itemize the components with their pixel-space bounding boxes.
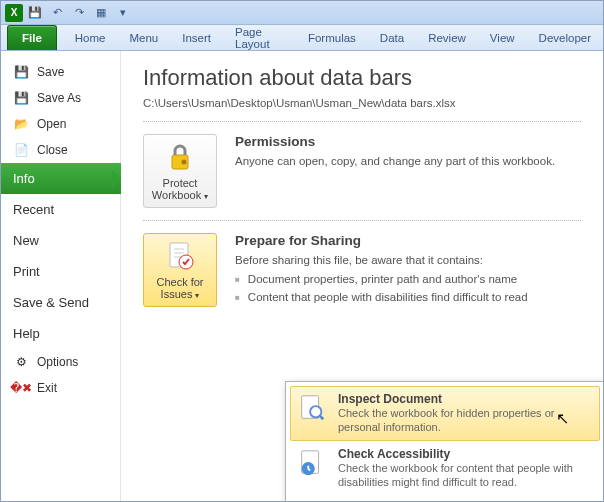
tab-home[interactable]: Home xyxy=(63,25,118,50)
sidebar-label: Options xyxy=(37,355,78,369)
divider xyxy=(143,220,581,221)
backstage-sidebar: 💾Save 💾Save As 📂Open 📄Close Info Recent … xyxy=(1,51,121,501)
inspect-icon xyxy=(296,392,328,424)
sidebar-info[interactable]: Info xyxy=(1,163,121,194)
sidebar-options[interactable]: ⚙Options xyxy=(1,349,120,375)
tab-review[interactable]: Review xyxy=(416,25,478,50)
tab-view[interactable]: View xyxy=(478,25,527,50)
sidebar-save[interactable]: 💾Save xyxy=(1,59,120,85)
options-icon: ⚙ xyxy=(13,354,29,370)
sidebar-label: New xyxy=(13,233,39,248)
tab-menu[interactable]: Menu xyxy=(118,25,171,50)
open-icon: 📂 xyxy=(13,116,29,132)
sidebar-help[interactable]: Help xyxy=(1,318,120,349)
tab-developer[interactable]: Developer xyxy=(527,25,603,50)
sidebar-label: Save xyxy=(37,65,64,79)
sidebar-label: Recent xyxy=(13,202,54,217)
qat-redo-icon[interactable]: ↷ xyxy=(69,3,89,23)
sidebar-label: Open xyxy=(37,117,66,131)
permissions-text: Anyone can open, copy, and change any pa… xyxy=(235,153,555,170)
menu-desc: Check the workbook for content that peop… xyxy=(338,461,594,490)
exit-icon: �✖ xyxy=(13,380,29,396)
qat-undo-icon[interactable]: ↶ xyxy=(47,3,67,23)
sidebar-label: Print xyxy=(13,264,40,279)
sidebar-exit[interactable]: �✖Exit xyxy=(1,375,120,401)
sidebar-label: Exit xyxy=(37,381,57,395)
permissions-section: Protect Workbook▾ Permissions Anyone can… xyxy=(143,134,581,208)
sidebar-label: Save As xyxy=(37,91,81,105)
page-title: Information about data bars xyxy=(143,65,581,91)
qat-grid-icon[interactable]: ▦ xyxy=(91,3,111,23)
check-issues-menu: Inspect Document Check the workbook for … xyxy=(285,381,603,501)
close-icon: 📄 xyxy=(13,142,29,158)
sidebar-close[interactable]: 📄Close xyxy=(1,137,120,163)
menu-inspect-document[interactable]: Inspect Document Check the workbook for … xyxy=(290,386,600,441)
qat-more-icon[interactable]: ▾ xyxy=(113,3,133,23)
menu-title: Inspect Document xyxy=(338,392,594,406)
menu-check-accessibility[interactable]: Check Accessibility Check the workbook f… xyxy=(290,441,600,496)
sidebar-open[interactable]: 📂Open xyxy=(1,111,120,137)
ribbon-tabs: File Home Menu Insert Page Layout Formul… xyxy=(1,25,603,51)
backstage-content: Information about data bars C:\Users\Usm… xyxy=(121,51,603,501)
sidebar-save-as[interactable]: 💾Save As xyxy=(1,85,120,111)
svg-point-1 xyxy=(182,160,187,165)
sidebar-save-send[interactable]: Save & Send xyxy=(1,287,120,318)
qat-save-icon[interactable]: 💾 xyxy=(25,3,45,23)
tab-page-layout[interactable]: Page Layout xyxy=(223,25,296,50)
sidebar-label: Save & Send xyxy=(13,295,89,310)
sidebar-label: Help xyxy=(13,326,40,341)
chevron-down-icon: ▾ xyxy=(195,291,199,300)
sharing-list: Document properties, printer path and au… xyxy=(235,271,528,306)
menu-title: Check Accessibility xyxy=(338,447,594,461)
sidebar-label: Info xyxy=(13,171,35,186)
sidebar-label: Close xyxy=(37,143,68,157)
title-bar: X 💾 ↶ ↷ ▦ ▾ xyxy=(1,1,603,25)
lock-icon xyxy=(164,141,196,173)
list-item: Content that people with disabilities fi… xyxy=(235,289,528,306)
button-label: Check for Issues▾ xyxy=(148,276,212,300)
document-check-icon xyxy=(164,240,196,272)
protect-workbook-button[interactable]: Protect Workbook▾ xyxy=(143,134,217,208)
menu-desc: Check the workbook for hidden properties… xyxy=(338,406,594,435)
tab-data[interactable]: Data xyxy=(368,25,416,50)
sharing-section: Check for Issues▾ Prepare for Sharing Be… xyxy=(143,233,581,307)
menu-check-compatibility[interactable]: Check Compatibility Check for features n… xyxy=(290,495,600,501)
save-as-icon: 💾 xyxy=(13,90,29,106)
sharing-intro: Before sharing this file, be aware that … xyxy=(235,252,528,269)
sidebar-print[interactable]: Print xyxy=(1,256,120,287)
tab-formulas[interactable]: Formulas xyxy=(296,25,368,50)
file-path: C:\Users\Usman\Desktop\Usman\Usman_New\d… xyxy=(143,97,581,109)
chevron-down-icon: ▾ xyxy=(204,192,208,201)
divider xyxy=(143,121,581,122)
excel-logo-icon: X xyxy=(5,4,23,22)
sidebar-recent[interactable]: Recent xyxy=(1,194,120,225)
tab-insert[interactable]: Insert xyxy=(170,25,223,50)
button-label: Protect Workbook▾ xyxy=(148,177,212,201)
sharing-heading: Prepare for Sharing xyxy=(235,233,528,248)
sidebar-new[interactable]: New xyxy=(1,225,120,256)
save-icon: 💾 xyxy=(13,64,29,80)
check-for-issues-button[interactable]: Check for Issues▾ xyxy=(143,233,217,307)
list-item: Document properties, printer path and au… xyxy=(235,271,528,288)
permissions-heading: Permissions xyxy=(235,134,555,149)
accessibility-icon xyxy=(296,447,328,479)
tab-file[interactable]: File xyxy=(7,25,57,50)
